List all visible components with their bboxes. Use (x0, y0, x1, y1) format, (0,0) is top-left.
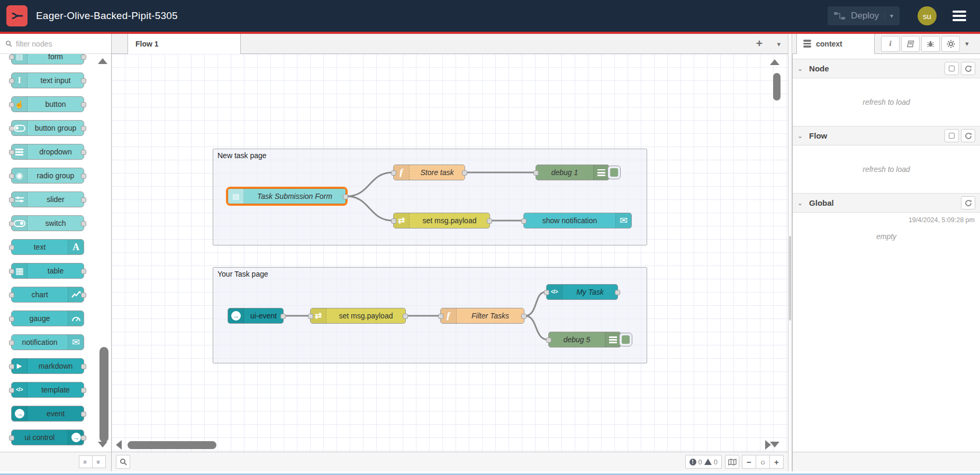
copy-value-button[interactable] (945, 129, 959, 142)
search-flows-button[interactable] (116, 455, 130, 469)
chevron-down-icon[interactable]: ⌄ (797, 65, 803, 72)
flow-tab[interactable]: Flow 1 (128, 34, 241, 54)
node-input-port[interactable] (533, 170, 539, 176)
node-port[interactable] (9, 78, 14, 84)
palette-node-chart[interactable]: chart (11, 287, 84, 303)
node-input-port[interactable] (391, 170, 396, 176)
wire[interactable] (525, 316, 548, 340)
node-set-msg-payload-1[interactable]: ⇄ set msg.payload (393, 213, 490, 229)
palette-node-gauge[interactable]: gauge (11, 310, 84, 326)
copy-value-button[interactable] (945, 62, 959, 75)
node-port[interactable] (9, 197, 14, 203)
node-port[interactable] (81, 293, 86, 298)
node-port[interactable] (81, 221, 86, 226)
node-port[interactable] (9, 293, 14, 298)
palette-node-ui-control[interactable]: ui control → (11, 430, 84, 445)
chevron-down-icon[interactable]: ⌄ (797, 132, 803, 140)
user-avatar[interactable]: su (918, 6, 937, 25)
palette-node-radio-group[interactable]: ◉ radio group (11, 168, 84, 184)
refresh-global-context-button[interactable] (961, 196, 975, 209)
node-store-task[interactable]: ƒ Store task (393, 165, 465, 180)
node-debug-5[interactable]: debug 5 (548, 332, 621, 348)
node-port[interactable] (9, 364, 14, 369)
node-output-port[interactable] (462, 170, 467, 176)
node-port[interactable] (9, 173, 14, 179)
expand-all-button[interactable]: » (92, 455, 106, 468)
main-menu-button[interactable] (952, 11, 966, 21)
node-port[interactable] (9, 102, 14, 107)
node-output-port[interactable] (487, 218, 492, 224)
sidebar-options-caret-icon[interactable]: ▾ (965, 40, 969, 48)
debug-tab-button[interactable] (921, 36, 940, 52)
node-port[interactable] (81, 388, 86, 393)
navigator-button[interactable] (725, 455, 739, 469)
refresh-flow-context-button[interactable] (961, 129, 975, 142)
palette-node-dropdown[interactable]: dropdown (11, 144, 84, 160)
palette-scroll-up[interactable] (98, 58, 107, 64)
node-port[interactable] (81, 126, 86, 131)
node-port[interactable] (9, 150, 14, 155)
palette-node-button[interactable]: ☝ button (11, 96, 84, 112)
context-section-node[interactable]: ⌄ Node (793, 59, 980, 78)
palette-node-switch[interactable]: switch (11, 215, 84, 231)
config-nodes-tab-button[interactable] (941, 36, 960, 52)
palette-node-text-input[interactable]: I text input (11, 72, 84, 88)
node-port[interactable] (81, 435, 86, 441)
node-show-notification[interactable]: show notification ✉ (523, 213, 632, 229)
node-port[interactable] (9, 245, 14, 250)
node-output-port[interactable] (403, 314, 408, 319)
node-input-port[interactable] (308, 314, 313, 319)
node-port[interactable] (81, 150, 86, 155)
node-filter-tasks[interactable]: ƒ Filter Tasks (440, 308, 524, 324)
node-debug-1[interactable]: debug 1 (536, 165, 610, 180)
node-input-port[interactable] (391, 218, 396, 224)
node-output-port[interactable] (521, 314, 527, 319)
node-input-port[interactable] (438, 314, 443, 319)
node-port[interactable] (81, 364, 86, 369)
tab-context[interactable]: context (796, 34, 875, 54)
flow-canvas[interactable]: New task page Your Task page (112, 54, 788, 452)
node-port[interactable] (81, 173, 86, 179)
refresh-node-context-button[interactable] (961, 62, 975, 75)
add-flow-button[interactable]: + (756, 38, 763, 49)
zoom-in-button[interactable]: + (769, 455, 784, 469)
flow-status-counts[interactable]: ! 0 0 (685, 455, 722, 469)
context-section-global[interactable]: ⌄ Global (793, 193, 980, 213)
collapse-all-button[interactable]: « (79, 455, 93, 468)
palette-scroll-down[interactable] (98, 442, 107, 447)
node-output-port[interactable] (615, 290, 620, 295)
node-port[interactable] (9, 269, 14, 274)
info-tab-button[interactable]: i (881, 36, 900, 52)
palette-node-markdown[interactable]: ► markdown (11, 358, 84, 374)
horizontal-scrollbar-thumb[interactable] (128, 441, 216, 449)
node-port[interactable] (9, 316, 14, 322)
node-port[interactable] (81, 54, 86, 60)
wire[interactable] (347, 196, 393, 221)
node-input-port[interactable] (521, 218, 527, 224)
palette-node-text[interactable]: text A (11, 239, 84, 255)
debug-toggle-button[interactable] (619, 333, 632, 346)
node-output-port[interactable] (343, 194, 348, 199)
zoom-reset-button[interactable]: ○ (756, 455, 770, 469)
help-tab-button[interactable] (901, 36, 920, 52)
node-port[interactable] (81, 412, 86, 417)
wire[interactable] (347, 172, 393, 196)
palette-node-form[interactable]: ▤ form (11, 54, 84, 65)
node-input-port[interactable] (546, 337, 551, 343)
palette-scrollbar-thumb[interactable] (99, 347, 108, 442)
node-port[interactable] (81, 269, 86, 274)
node-port[interactable] (81, 197, 86, 203)
node-my-task[interactable]: </> My Task (546, 284, 618, 300)
node-set-msg-payload-2[interactable]: ⇄ set msg.payload (310, 308, 406, 324)
context-section-flow[interactable]: ⌄ Flow (793, 126, 980, 145)
node-ui-event[interactable]: → ui-event (228, 308, 284, 324)
node-port[interactable] (9, 54, 14, 60)
node-input-port[interactable] (544, 290, 549, 295)
deploy-options-caret-icon[interactable]: ▾ (884, 12, 893, 20)
node-port[interactable] (81, 102, 86, 107)
palette-node-event[interactable]: → event (11, 406, 84, 422)
node-output-port[interactable] (280, 314, 286, 319)
chevron-down-icon[interactable]: ⌄ (797, 199, 803, 207)
wire[interactable] (525, 292, 546, 316)
flow-list-button[interactable]: ▾ (777, 40, 781, 48)
